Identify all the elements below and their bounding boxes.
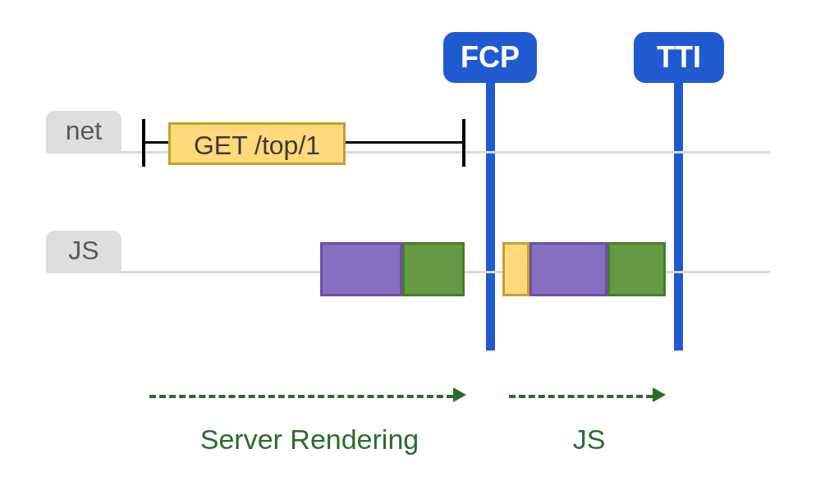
js-block-purple-1 bbox=[320, 242, 402, 296]
js-track-tab: JS bbox=[46, 231, 121, 273]
js-block-yellow bbox=[502, 242, 529, 296]
net-track-tab: net bbox=[46, 111, 121, 153]
tti-badge: TTI bbox=[634, 32, 724, 83]
tti-marker-line bbox=[674, 83, 683, 351]
net-request-box: GET /top/1 bbox=[168, 122, 346, 165]
phase-server-rendering-arrow bbox=[149, 395, 453, 398]
phase-js-arrowhead bbox=[653, 387, 666, 402]
timeline-diagram: FCP TTI net GET /top/1 JS Server Renderi… bbox=[0, 0, 816, 504]
phase-server-rendering-label: Server Rendering bbox=[149, 424, 470, 456]
phase-server-rendering-arrowhead bbox=[453, 387, 466, 402]
phase-js-label: JS bbox=[509, 424, 669, 456]
fcp-badge: FCP bbox=[443, 32, 537, 83]
js-block-green-1 bbox=[402, 242, 465, 296]
net-range-end-bracket bbox=[462, 119, 465, 167]
js-block-green-2 bbox=[607, 242, 666, 296]
js-block-purple-2 bbox=[529, 242, 607, 296]
fcp-marker-line bbox=[486, 83, 495, 351]
phase-js-arrow bbox=[509, 395, 653, 398]
